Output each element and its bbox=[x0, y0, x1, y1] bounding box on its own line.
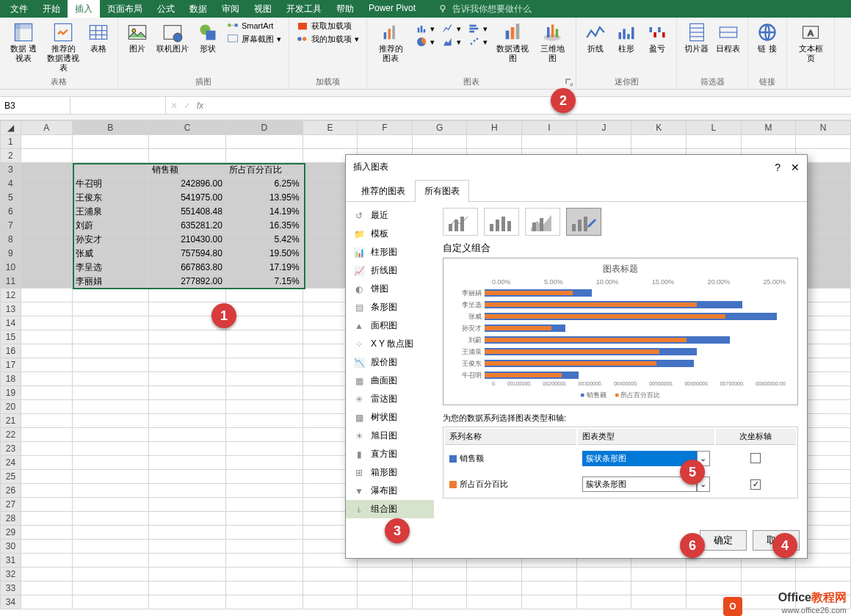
cell[interactable] bbox=[72, 149, 149, 163]
series2-axis-checkbox[interactable]: ✓ bbox=[750, 479, 761, 490]
sparkline-col-button[interactable]: 柱形 bbox=[612, 19, 641, 55]
tab-developer[interactable]: 开发工具 bbox=[279, 0, 329, 18]
col-header-L[interactable]: L bbox=[686, 121, 741, 135]
chart-type-折线图[interactable]: 📈折线图 bbox=[346, 261, 434, 280]
cell[interactable] bbox=[149, 540, 226, 554]
cell[interactable] bbox=[21, 344, 72, 358]
chart-type-曲面图[interactable]: ▦曲面图 bbox=[346, 372, 434, 390]
slicer-button[interactable]: 切片器 bbox=[681, 19, 711, 55]
cell[interactable] bbox=[149, 372, 226, 386]
row-header-17[interactable]: 17 bbox=[1, 358, 21, 372]
cell[interactable] bbox=[21, 526, 72, 540]
chart-pie-button[interactable]: ▾ bbox=[413, 35, 438, 48]
cell[interactable] bbox=[21, 177, 72, 191]
cell[interactable] bbox=[72, 442, 149, 456]
cell[interactable] bbox=[631, 595, 687, 609]
cell[interactable] bbox=[72, 400, 149, 414]
chart-type-模板[interactable]: 📁模板 bbox=[346, 225, 434, 243]
row-header-25[interactable]: 25 bbox=[1, 470, 21, 484]
col-header-F[interactable]: F bbox=[358, 121, 413, 135]
row-header-19[interactable]: 19 bbox=[1, 386, 21, 400]
tellme-search[interactable]: 告诉我你想要做什么 bbox=[438, 0, 532, 18]
cell[interactable]: 541975.00 bbox=[149, 191, 226, 205]
cell[interactable] bbox=[686, 568, 741, 581]
cell[interactable] bbox=[225, 512, 303, 526]
cell[interactable] bbox=[149, 470, 226, 484]
cell[interactable] bbox=[225, 484, 303, 498]
tab-powerpivot[interactable]: Power Pivot bbox=[361, 0, 423, 18]
dlg-tab-recommended[interactable]: 推荐的图表 bbox=[352, 180, 415, 202]
cell[interactable]: 5.42% bbox=[225, 233, 303, 247]
cell[interactable] bbox=[72, 470, 149, 484]
cell[interactable] bbox=[358, 568, 413, 581]
cell[interactable] bbox=[225, 344, 303, 358]
cell[interactable] bbox=[21, 386, 72, 400]
chart-line-button[interactable]: ▾ bbox=[439, 22, 464, 35]
cell[interactable] bbox=[358, 581, 413, 595]
cell[interactable] bbox=[72, 135, 149, 149]
row-header-29[interactable]: 29 bbox=[1, 526, 21, 540]
cell[interactable] bbox=[149, 149, 226, 163]
cell[interactable]: 14.19% bbox=[225, 205, 303, 219]
cell[interactable] bbox=[303, 581, 358, 595]
shapes-button[interactable]: 形状 bbox=[193, 19, 222, 55]
fx-icon[interactable]: fx bbox=[197, 101, 203, 111]
cell[interactable] bbox=[21, 498, 72, 512]
tab-home[interactable]: 开始 bbox=[35, 0, 68, 18]
cell[interactable] bbox=[149, 498, 226, 512]
cell[interactable]: 6.25% bbox=[225, 177, 303, 191]
row-header-7[interactable]: 7 bbox=[1, 219, 21, 233]
cell[interactable] bbox=[225, 498, 303, 512]
cell[interactable] bbox=[149, 135, 226, 149]
chart-type-股价图[interactable]: 📉股价图 bbox=[346, 353, 434, 372]
link-button[interactable]: 链 接 bbox=[753, 19, 782, 55]
cell[interactable] bbox=[72, 595, 149, 609]
cell[interactable] bbox=[522, 581, 577, 595]
dialog-close-icon[interactable]: ✕ bbox=[791, 162, 800, 173]
row-header-26[interactable]: 26 bbox=[1, 484, 21, 498]
cell[interactable] bbox=[303, 568, 358, 581]
cell[interactable] bbox=[686, 581, 741, 595]
formula-input[interactable] bbox=[208, 97, 851, 114]
get-addins-button[interactable]: 获取加载项 bbox=[294, 19, 362, 32]
cell[interactable] bbox=[225, 442, 303, 456]
dialog-help-icon[interactable]: ? bbox=[775, 162, 781, 173]
cell[interactable] bbox=[412, 581, 467, 595]
chart-type-柱形图[interactable]: 📊柱形图 bbox=[346, 243, 434, 261]
rec-pivot-button[interactable]: 推荐的 数据透视表 bbox=[44, 19, 82, 74]
row-header-4[interactable]: 4 bbox=[1, 177, 21, 191]
dlg-tab-all[interactable]: 所有图表 bbox=[415, 180, 469, 202]
select-all-corner[interactable]: ◢ bbox=[1, 121, 21, 135]
cell[interactable] bbox=[72, 428, 149, 442]
cell[interactable] bbox=[149, 581, 226, 595]
cell[interactable] bbox=[21, 456, 72, 470]
row-header-9[interactable]: 9 bbox=[1, 247, 21, 261]
smartart-button[interactable]: SmartArt bbox=[224, 19, 284, 32]
cell[interactable] bbox=[225, 302, 303, 316]
cell[interactable] bbox=[21, 400, 72, 414]
col-header-D[interactable]: D bbox=[225, 121, 303, 135]
cell[interactable] bbox=[225, 386, 303, 400]
cell[interactable] bbox=[303, 595, 358, 609]
cell[interactable] bbox=[72, 512, 149, 526]
tab-formulas[interactable]: 公式 bbox=[150, 0, 182, 18]
cell[interactable] bbox=[225, 358, 303, 372]
tab-view[interactable]: 视图 bbox=[247, 0, 279, 18]
cell[interactable] bbox=[225, 316, 303, 330]
cell[interactable] bbox=[21, 581, 72, 595]
row-header-3[interactable]: 3 bbox=[1, 163, 21, 177]
row-header-13[interactable]: 13 bbox=[1, 302, 21, 316]
cell[interactable] bbox=[225, 428, 303, 442]
cell[interactable] bbox=[796, 568, 851, 581]
cell[interactable] bbox=[225, 330, 303, 344]
cell[interactable] bbox=[21, 372, 72, 386]
cell[interactable] bbox=[21, 135, 72, 149]
cell[interactable] bbox=[149, 358, 226, 372]
cancel-fx-icon[interactable]: ✕ bbox=[170, 101, 178, 111]
map3d-button[interactable]: 三维地 图 bbox=[533, 19, 571, 65]
row-header-31[interactable]: 31 bbox=[1, 554, 21, 568]
cell[interactable] bbox=[21, 191, 72, 205]
cell[interactable]: 李呈选 bbox=[72, 261, 149, 275]
cell[interactable] bbox=[72, 372, 149, 386]
cell[interactable]: 667863.80 bbox=[149, 261, 226, 275]
